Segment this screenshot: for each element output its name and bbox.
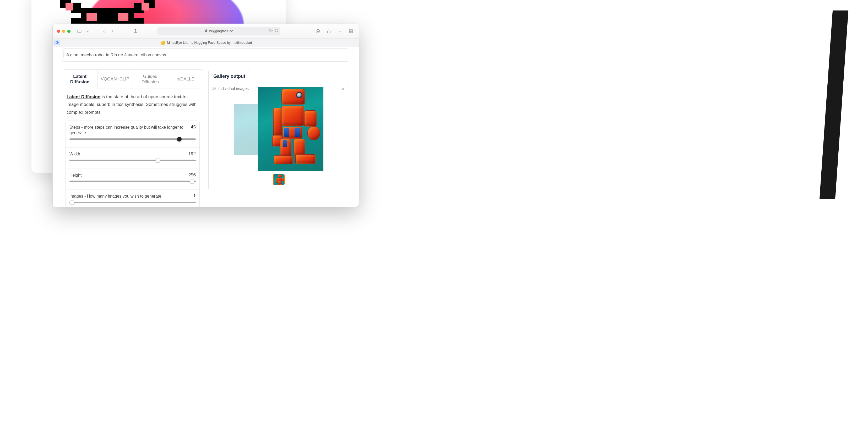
svg-rect-7 xyxy=(118,13,128,21)
individual-images-label: Individual images xyxy=(212,86,249,91)
tab-latent-diffusion[interactable]: Latent Diffusion xyxy=(62,70,97,89)
svg-rect-24 xyxy=(351,30,352,31)
window-controls xyxy=(57,30,70,33)
prompt-container: A giant mecha robot in Rio de Janeiro, o… xyxy=(62,49,349,62)
slider-width: Width 192 xyxy=(66,148,199,169)
tab-title: MindsEye Lite - a Hugging Face Space by … xyxy=(167,41,252,44)
slider-images-track[interactable] xyxy=(69,202,196,204)
tab-overview-button[interactable] xyxy=(347,28,354,35)
svg-rect-10 xyxy=(78,30,81,32)
tab-strip: 🤗 MindsEye Lite - a Hugging Face Space b… xyxy=(53,38,359,47)
tab-vqgan-clip[interactable]: VQGAN+CLIP xyxy=(97,70,133,89)
forward-button[interactable] xyxy=(109,28,116,35)
tab-group-dropdown[interactable] xyxy=(84,28,91,35)
svg-rect-8 xyxy=(65,3,73,10)
slider-steps-track[interactable] xyxy=(69,138,196,140)
tab-gallery-output[interactable]: Gallery output xyxy=(208,70,250,83)
gallery-prev-thumb[interactable] xyxy=(234,104,258,155)
model-tabs: Latent Diffusion VQGAN+CLIP Guided Diffu… xyxy=(62,69,203,89)
model-link[interactable]: Latent Diffusion xyxy=(67,94,100,99)
reader-icon[interactable] xyxy=(268,29,273,33)
titlebar: huggingface.co xyxy=(53,24,359,38)
back-button[interactable] xyxy=(100,28,108,35)
slider-width-thumb[interactable] xyxy=(155,158,160,163)
close-icon xyxy=(341,87,345,91)
close-window-button[interactable] xyxy=(57,30,60,33)
svg-rect-23 xyxy=(349,30,351,31)
slider-steps-thumb[interactable] xyxy=(177,137,182,142)
gallery-close-button[interactable] xyxy=(341,87,345,92)
slider-height-thumb[interactable] xyxy=(190,179,194,184)
svg-rect-26 xyxy=(351,31,352,32)
favicon: 🤗 xyxy=(161,41,165,45)
svg-rect-9 xyxy=(142,3,149,10)
sidebar-toggle-button[interactable] xyxy=(76,28,83,35)
lock-icon xyxy=(205,29,208,33)
gallery-panel: Individual images xyxy=(208,83,349,190)
slider-height-track[interactable] xyxy=(69,181,196,182)
svg-rect-25 xyxy=(349,31,351,32)
zoom-window-button[interactable] xyxy=(67,30,70,33)
svg-point-30 xyxy=(213,88,214,88)
slider-height: Height 256 xyxy=(66,169,199,190)
model-description: Latent Diffusion is the state of the art… xyxy=(65,93,200,116)
svg-rect-6 xyxy=(87,13,97,21)
downloads-button[interactable] xyxy=(314,28,321,35)
new-tab-button[interactable] xyxy=(336,28,344,35)
slider-images-thumb[interactable] xyxy=(70,200,74,205)
gallery-thumbnail-1[interactable] xyxy=(273,174,285,185)
gallery-main-image[interactable] xyxy=(258,87,323,171)
tab-guided-diffusion[interactable]: Guided Diffusion xyxy=(133,70,168,89)
address-domain: huggingface.co xyxy=(209,29,234,33)
tab-rudalle[interactable]: ruDALLE xyxy=(168,70,203,89)
privacy-shield-icon[interactable] xyxy=(132,28,139,35)
slider-images: Images - How many images you wish to gen… xyxy=(66,190,199,207)
svg-point-28 xyxy=(57,42,57,43)
slider-steps: Steps - more steps can increase quality … xyxy=(66,121,199,148)
active-tab[interactable]: 🤗 MindsEye Lite - a Hugging Face Space b… xyxy=(62,41,351,45)
address-bar[interactable]: huggingface.co xyxy=(157,27,280,35)
model-panel: Latent Diffusion is the state of the art… xyxy=(62,89,203,207)
svg-point-14 xyxy=(271,30,273,31)
minimize-window-button[interactable] xyxy=(62,30,65,33)
reload-button[interactable] xyxy=(275,29,278,33)
prompt-input[interactable]: A giant mecha robot in Rio de Janeiro, o… xyxy=(63,50,348,59)
image-icon xyxy=(212,87,216,90)
share-button[interactable] xyxy=(325,28,333,35)
pinned-tab[interactable] xyxy=(54,40,60,45)
slider-width-track[interactable] xyxy=(69,160,196,161)
browser-window: huggingface.co 🤗 Mi xyxy=(53,24,359,207)
